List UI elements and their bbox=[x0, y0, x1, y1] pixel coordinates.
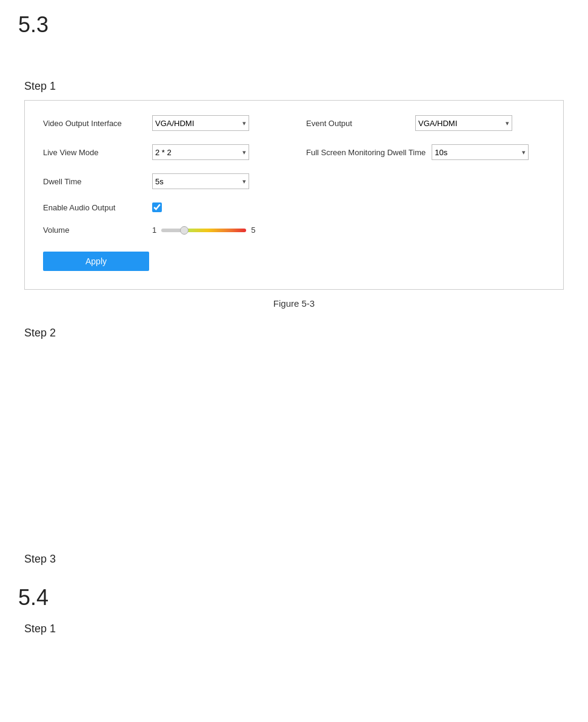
step-1-label: Step 1 bbox=[24, 80, 570, 93]
volume-max: 5 bbox=[251, 226, 255, 235]
video-output-row: Video Output Interface VGA/HDMI VGA HDMI bbox=[43, 113, 282, 133]
volume-track bbox=[161, 229, 246, 232]
enable-audio-label: Enable Audio Output bbox=[43, 203, 146, 212]
volume-label: Volume bbox=[43, 226, 146, 235]
live-view-select-wrapper: 1 * 1 2 * 2 4 * 4 bbox=[152, 144, 249, 160]
left-column: Video Output Interface VGA/HDMI VGA HDMI… bbox=[43, 113, 282, 237]
section-heading-5-4: 5.4 bbox=[18, 585, 570, 610]
enable-audio-checkbox[interactable] bbox=[152, 202, 162, 212]
full-screen-label: Full Screen Monitoring Dwell Time bbox=[306, 148, 426, 157]
event-output-label: Event Output bbox=[306, 119, 409, 128]
volume-control: 1 5 bbox=[152, 226, 255, 235]
event-output-select[interactable]: VGA/HDMI VGA HDMI bbox=[415, 115, 512, 131]
dwell-time-label: Dwell Time bbox=[43, 177, 146, 186]
dwell-time-select[interactable]: 5s 10s 20s 30s bbox=[152, 173, 249, 189]
video-output-select-wrapper: VGA/HDMI VGA HDMI bbox=[152, 115, 249, 131]
settings-panel: Video Output Interface VGA/HDMI VGA HDMI… bbox=[24, 100, 564, 290]
dwell-time-row: Dwell Time 5s 10s 20s 30s bbox=[43, 171, 282, 192]
live-view-select[interactable]: 1 * 1 2 * 2 4 * 4 bbox=[152, 144, 249, 160]
volume-min: 1 bbox=[152, 226, 156, 235]
step-3-label: Step 3 bbox=[24, 553, 570, 566]
video-output-select[interactable]: VGA/HDMI VGA HDMI bbox=[152, 115, 249, 131]
step-2-label: Step 2 bbox=[24, 327, 570, 339]
figure-caption: Figure 5-3 bbox=[18, 298, 570, 309]
full-screen-row: Full Screen Monitoring Dwell Time 5s 10s… bbox=[306, 142, 545, 162]
settings-grid: Video Output Interface VGA/HDMI VGA HDMI… bbox=[43, 113, 545, 237]
apply-button[interactable]: Apply bbox=[43, 252, 149, 271]
live-view-row: Live View Mode 1 * 1 2 * 2 4 * 4 bbox=[43, 142, 282, 162]
section-heading-5-3: 5.3 bbox=[18, 12, 570, 38]
event-output-row: Event Output VGA/HDMI VGA HDMI bbox=[306, 113, 545, 133]
volume-thumb[interactable] bbox=[180, 226, 189, 235]
video-output-label: Video Output Interface bbox=[43, 119, 146, 128]
step-4-label: Step 1 bbox=[24, 623, 570, 635]
full-screen-select[interactable]: 5s 10s 20s 30s bbox=[432, 144, 529, 160]
full-screen-select-wrapper: 5s 10s 20s 30s bbox=[432, 144, 529, 160]
live-view-label: Live View Mode bbox=[43, 148, 146, 157]
dwell-time-select-wrapper: 5s 10s 20s 30s bbox=[152, 173, 249, 189]
event-output-select-wrapper: VGA/HDMI VGA HDMI bbox=[415, 115, 512, 131]
volume-row: Volume 1 5 bbox=[43, 223, 282, 237]
enable-audio-row: Enable Audio Output bbox=[43, 200, 282, 215]
right-column: Event Output VGA/HDMI VGA HDMI Full Scre… bbox=[306, 113, 545, 237]
